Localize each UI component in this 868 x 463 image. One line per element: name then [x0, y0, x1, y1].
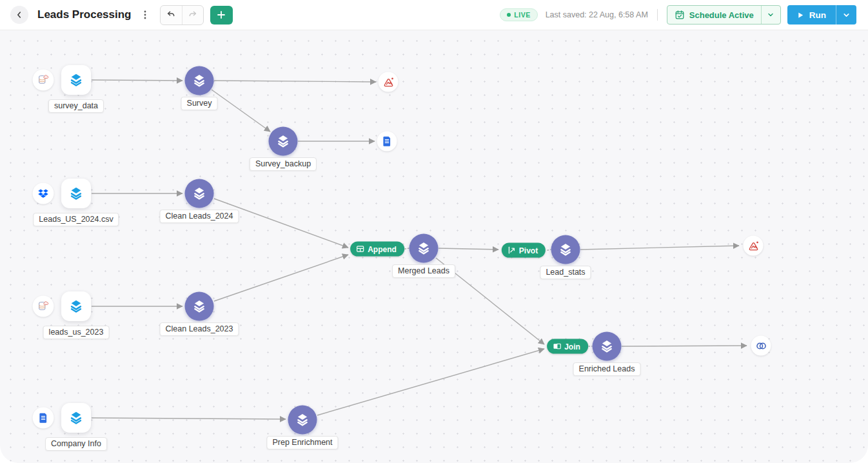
live-badge: LIVE — [500, 8, 537, 21]
live-badge-text: LIVE — [514, 11, 530, 19]
stack-icon — [192, 73, 208, 89]
undo-icon — [166, 10, 176, 20]
toolbar-divider — [657, 9, 658, 21]
node-label-prep-enrichment: Prep Enrichment — [266, 436, 338, 449]
node-lead-stats[interactable] — [551, 235, 580, 264]
more-options-button[interactable] — [138, 6, 152, 24]
node-survey-data[interactable] — [61, 65, 91, 95]
redo-button[interactable] — [182, 6, 203, 25]
undo-button[interactable] — [161, 6, 182, 25]
node-crm-dest[interactable] — [751, 336, 771, 356]
kebab-icon — [140, 10, 150, 20]
add-button[interactable] — [210, 6, 233, 25]
pipeline-canvas[interactable]: survey_dataSurveySurvey_backupLeads_US_2… — [0, 30, 868, 463]
append-icon — [356, 245, 364, 253]
pivot-icon — [508, 246, 516, 255]
node-label-leads-us-2023: leads_us_2023 — [43, 326, 110, 339]
chevron-left-icon — [15, 10, 24, 19]
node-company-info-source[interactable] — [33, 408, 54, 429]
stack-icon — [416, 241, 432, 257]
pill-label-append: Append — [368, 244, 397, 253]
node-merged-leads[interactable] — [409, 234, 439, 263]
schedule-active-label: Schedule Active — [689, 10, 754, 20]
chevron-down-icon — [767, 11, 774, 19]
analytics-icon — [382, 75, 395, 88]
run-button[interactable]: Run — [787, 5, 836, 25]
node-label-survey-data: survey_data — [48, 99, 104, 113]
plus-icon — [217, 10, 226, 19]
node-leads-us-2023[interactable] — [61, 291, 91, 321]
node-leads-2023-source[interactable] — [33, 296, 54, 317]
node-label-lead-stats: Lead_stats — [540, 266, 591, 279]
back-button[interactable] — [10, 6, 28, 24]
pipeline-title: Leads Processing — [37, 8, 132, 21]
layers-icon — [68, 409, 84, 426]
node-analytics-dest-2[interactable] — [744, 236, 764, 256]
stack-icon — [192, 186, 208, 202]
node-label-merged-leads: Merged Leads — [392, 264, 455, 278]
layers-icon — [68, 298, 84, 315]
node-document-dest[interactable] — [377, 132, 397, 152]
node-clean-leads-2024[interactable] — [185, 179, 214, 208]
schedule-active-button[interactable]: Schedule Active — [667, 6, 761, 24]
node-pivot[interactable]: Pivot — [502, 243, 546, 258]
pill-label-join: Join — [564, 342, 580, 351]
cloud-database-icon — [37, 300, 50, 313]
node-survey-backup[interactable] — [269, 127, 298, 156]
redo-icon — [188, 10, 198, 20]
analytics-icon — [747, 239, 760, 252]
stack-icon — [275, 133, 291, 150]
node-analytics-dest-1[interactable] — [379, 72, 399, 92]
node-survey[interactable] — [185, 66, 214, 95]
last-saved-text: Last saved: 22 Aug, 6:58 AM — [546, 10, 648, 19]
pill-label-pivot: Pivot — [519, 246, 538, 255]
chevron-down-icon — [842, 11, 851, 19]
node-label-enriched-leads: Enriched Leads — [573, 362, 641, 376]
run-dropdown-button[interactable] — [836, 5, 856, 25]
crm-icon — [755, 339, 767, 352]
node-prep-enrichment[interactable] — [288, 406, 317, 435]
dropbox-icon — [37, 188, 50, 200]
node-clean-leads-2023[interactable] — [185, 292, 214, 321]
node-leads-us-2024[interactable] — [61, 179, 91, 208]
schedule-dropdown-button[interactable] — [762, 6, 780, 24]
stack-icon — [558, 242, 574, 258]
join-icon — [553, 342, 561, 351]
node-dropbox-source[interactable] — [33, 183, 54, 204]
node-label-leads-us-2024: Leads_US_2024.csv — [33, 213, 119, 226]
document-icon — [38, 412, 49, 424]
node-label-clean-leads-2023: Clean Leads_2023 — [160, 322, 239, 336]
document-icon — [382, 135, 393, 148]
stack-icon — [295, 412, 311, 428]
node-join[interactable]: Join — [547, 339, 588, 354]
schedule-active-button-group: Schedule Active — [667, 5, 781, 25]
node-survey-data-source[interactable] — [33, 70, 54, 91]
live-dot-icon — [507, 13, 511, 17]
node-enriched-leads[interactable] — [593, 332, 622, 361]
app-window: Leads Processing — [0, 0, 868, 463]
layers-icon — [68, 72, 84, 88]
calendar-check-icon — [675, 10, 685, 20]
stack-icon — [599, 339, 615, 355]
play-icon — [797, 12, 804, 19]
toolbar: Leads Processing — [0, 0, 868, 30]
node-label-survey: Survey — [181, 97, 218, 110]
node-company-info[interactable] — [61, 403, 91, 433]
undo-redo-group — [160, 5, 204, 25]
run-button-group: Run — [787, 5, 856, 25]
stack-icon — [192, 299, 208, 315]
node-label-survey-backup: Survey_backup — [250, 157, 317, 171]
cloud-database-icon — [37, 74, 50, 87]
node-label-clean-leads-2024: Clean Leads_2024 — [160, 210, 239, 223]
node-label-company-info: Company Info — [45, 437, 107, 451]
node-append[interactable]: Append — [350, 242, 404, 257]
layers-icon — [68, 185, 84, 202]
run-label: Run — [809, 10, 826, 20]
